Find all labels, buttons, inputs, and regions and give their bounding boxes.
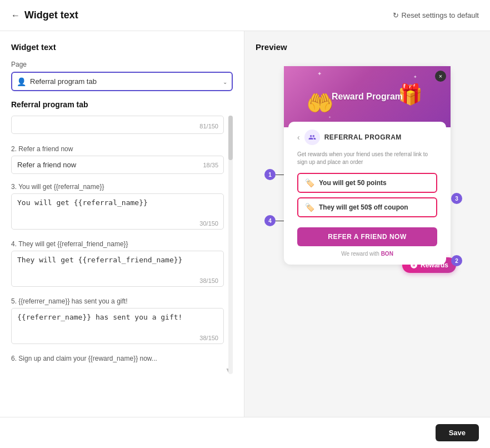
reset-icon: ↻ [393,11,399,19]
powered-by-text: We reward with [341,251,379,257]
star-decoration-1: ✦ [317,71,322,77]
star-decoration-2: ✦ [413,74,417,79]
field-2-input[interactable] [11,156,224,174]
reset-button[interactable]: ↻ Reset settings to default [393,11,479,19]
main-content: Widget text Page 👤 Referral program tab … [0,31,490,448]
widget-description: Get rewards when your friend uses the re… [297,151,437,166]
save-button[interactable]: Save [436,424,479,441]
tag-icon-2: 🏷️ [305,203,314,212]
section-title: Referral program tab [11,100,233,109]
reward-item-1-label: You will get 50 points [319,179,387,187]
field-2-label: 2. Refer a friend now [11,145,224,153]
field-1-wrapper: 81/150 ▲ [11,116,224,136]
widget-nav-icon [304,130,320,145]
reward-item-2-label: They will get 50$ off coupon [319,203,408,211]
field-3-charcount: 30/150 [199,220,218,227]
reward-banner: × 🤲 🎁 Reward Program ✦ ✦ ✦ [284,66,451,127]
widget-back-icon[interactable]: ‹ [297,133,300,142]
right-panel: Preview 1 2 3 4 × 🤲 [244,31,490,448]
powered-by: We reward with BON [297,251,437,257]
field-4-wrapper: 4. They will get {{referral_friend_name}… [11,240,224,288]
field-3-textarea[interactable]: You will get {{referral_name}} [11,193,224,230]
bon-label: BON [381,251,393,257]
field-4-textarea[interactable]: They will get {{referral_friend_name}} [11,251,224,287]
field-6-label: 6. Sign up and claim your {{reward_name}… [11,355,224,362]
reward-item-1: 🏷️ You will get 50 points [297,173,437,193]
refer-friend-button[interactable]: REFER A FRIEND NOW [297,227,437,246]
page-select[interactable]: Referral program tab [11,72,233,91]
field-3-label: 3. You will get {{referral_name}} [11,183,224,191]
widget-nav-title: REFERRAL PROGRAM [324,133,402,141]
left-panel: Widget text Page 👤 Referral program tab … [0,31,244,448]
page-title: Widget text [24,9,78,21]
annotation-4: 4 [264,215,276,226]
bottom-bar: Save [0,417,490,448]
header-left: ← Widget text [11,9,78,21]
page-label: Page [11,61,233,68]
scroll-thumb[interactable] [228,116,233,160]
field-3-wrapper: 3. You will get {{referral_name}} You wi… [11,183,224,231]
preview-title: Preview [256,42,479,52]
field-1-input[interactable] [11,116,224,134]
field-5-label: 5. {{referrer_name}} has sent you a gift… [11,297,224,305]
banner-content: Reward Program [332,92,403,102]
annotation-3: 3 [451,193,462,204]
back-button[interactable]: ← [11,11,20,21]
left-panel-title: Widget text [11,42,233,52]
scroll-track [228,116,233,374]
field-4-charcount: 38/150 [199,277,218,284]
field-5-charcount: 38/150 [199,335,218,341]
field-1-charcount: 81/150 [199,123,218,130]
banner-title: Reward Program [332,92,403,102]
header: ← Widget text ↻ Reset settings to defaul… [0,0,490,31]
hands-decoration: 🤲 [306,90,334,116]
widget-preview: × 🤲 🎁 Reward Program ✦ ✦ ✦ [284,66,451,265]
field-4-label: 4. They will get {{referral_friend_name}… [11,240,224,248]
tag-icon-1: 🏷️ [305,178,314,187]
page-selector-group: Page 👤 Referral program tab ⌄ [11,61,233,91]
reward-item-2: 🏷️ They will get 50$ off coupon [297,197,437,217]
chevron-down-icon: ⌄ [223,78,227,84]
person-icon: 👤 [17,77,26,86]
field-5-textarea[interactable]: {{referrer_name}} has sent you a gift! [11,308,224,344]
reset-label: Reset settings to default [402,11,479,19]
annotation-2: 2 [451,255,462,266]
field-5-wrapper: 5. {{referrer_name}} has sent you a gift… [11,297,224,346]
field-2-charcount: 18/35 [203,162,218,168]
page-select-wrapper: 👤 Referral program tab ⌄ [11,72,233,91]
annotation-1: 1 [264,169,276,180]
preview-container: 1 2 3 4 × 🤲 🎁 [256,61,479,287]
star-decoration-3: ✦ [328,115,331,119]
field-6-wrapper: 6. Sign up and claim your {{reward_name}… [11,355,224,362]
widget-body: ‹ REFERRAL PROGRAM Get rewards when your… [288,122,446,265]
field-2-wrapper: 2. Refer a friend now 18/35 [11,145,224,174]
widget-nav: ‹ REFERRAL PROGRAM [297,130,437,145]
